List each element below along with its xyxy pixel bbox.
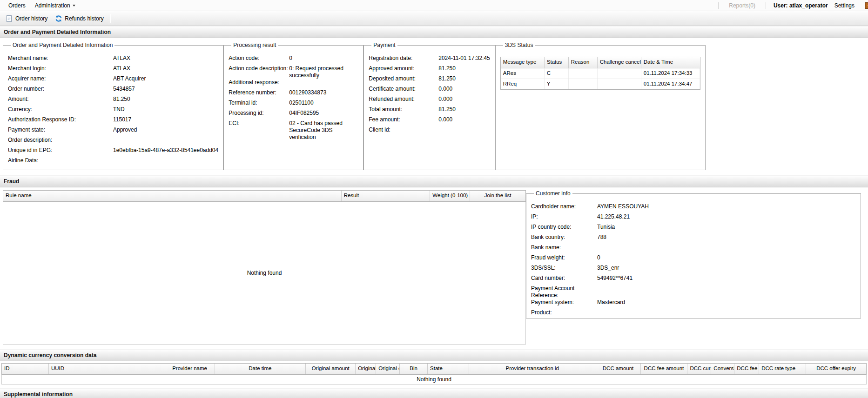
field-label: Refunded amount:: [369, 96, 438, 106]
empty-message: Nothing found: [417, 376, 451, 383]
menu-reports-label: Reports(0): [729, 2, 755, 9]
field-label: Action code:: [229, 55, 289, 65]
field-value: ABT Acquirer: [113, 75, 218, 86]
column-header: Date & Time: [641, 57, 700, 68]
menu-reports[interactable]: Reports(0): [724, 2, 760, 9]
field-row: Fee amount:0.000: [369, 116, 490, 126]
field-value: [597, 285, 856, 299]
field-row: Client id:: [369, 126, 490, 137]
field-label: Client id:: [369, 126, 438, 137]
field-label: Payment system:: [531, 299, 597, 309]
field-label: Amount:: [8, 96, 113, 106]
table-row[interactable]: ARes C 01.11.2024 17:34:33: [501, 68, 700, 79]
field-row: Cardholder name:AYMEN ESSOUYAH: [531, 203, 856, 213]
field-label: 3DS/SSL:: [531, 265, 597, 275]
field-row: Payment Account Reference:: [531, 285, 856, 299]
field-label: IP:: [531, 213, 597, 224]
field-label: Merchant name:: [8, 55, 113, 65]
column-header: DCC rate type: [759, 364, 806, 374]
processing-result-fieldset: Processing result Action code:0 Action c…: [223, 42, 363, 170]
field-row: ECI:02 - Card has passed SecureCode 3DS …: [229, 120, 358, 141]
order-info-legend: Order and Payment Detailed Information: [11, 42, 114, 48]
field-label: Bank country:: [531, 234, 597, 244]
table-cell: [598, 68, 641, 79]
customer-info-fieldset: Customer info Cardholder name:AYMEN ESSO…: [526, 190, 861, 318]
field-row: Approved amount:81.250: [369, 65, 490, 75]
main-section-header: Order and Payment Detailed Information: [0, 26, 868, 38]
field-row: Bank country:788: [531, 234, 856, 244]
column-header: DCC amount: [596, 364, 641, 374]
field-label: Total amount:: [369, 106, 438, 116]
field-row: Reference number:001290334873: [229, 89, 358, 100]
field-value: 3DS_enr: [597, 265, 856, 275]
dcc-section-header: Dynamic currency conversion data: [0, 349, 868, 361]
menu-administration[interactable]: Administration: [30, 2, 80, 9]
fraud-header-row: Rule name Result Weight (0-100) Join the…: [3, 190, 526, 202]
field-value: 04IF082595: [289, 110, 358, 120]
field-label: ECI:: [229, 120, 289, 141]
dcc-table: ID UUID Provider name Date time Original…: [0, 361, 868, 385]
field-row: 3DS/SSL:3DS_enr: [531, 265, 856, 275]
field-row: Airline Data:: [8, 157, 218, 167]
field-row: IP country code:Tunisia: [531, 224, 856, 234]
order-history-label: Order history: [15, 15, 47, 22]
empty-message: Nothing found: [247, 270, 282, 276]
field-value: 001290334873: [289, 89, 358, 100]
field-row: Authorization Response ID:115017: [8, 116, 218, 126]
field-label: Fee amount:: [369, 116, 438, 126]
field-row: Registration date:2024-11-01 17:32:45: [369, 55, 490, 65]
spacer: [0, 385, 868, 388]
field-row: Payment system:Mastercard: [531, 299, 856, 309]
column-header: Join the list: [470, 191, 525, 201]
column-header: Status: [545, 57, 569, 68]
field-row: Merchant login:ATLAX: [8, 65, 218, 75]
field-value: [113, 137, 218, 147]
column-header: State: [428, 364, 469, 374]
document-icon: [6, 15, 13, 22]
field-row: Terminal id:02501100: [229, 100, 358, 110]
customer-info-legend: Customer info: [534, 190, 572, 197]
field-row: Refunded amount:0.000: [369, 96, 490, 106]
field-label: Product:: [531, 309, 597, 318]
field-label: Order number:: [8, 86, 113, 96]
field-value: 02 - Card has passed SecureCode 3DS veri…: [289, 120, 358, 141]
order-history-button[interactable]: Order history: [2, 13, 51, 24]
field-row: Bank name:: [531, 244, 856, 254]
menu-settings-label: Settings: [834, 2, 855, 9]
field-label: Merchant login:: [8, 65, 113, 75]
table-cell: Y: [545, 79, 569, 89]
column-header: DCC fee amount: [641, 364, 688, 374]
toolbar: Order history Refunds history: [0, 11, 868, 26]
column-header: DCC offer expiry: [806, 364, 866, 374]
dcc-header-row: ID UUID Provider name Date time Original…: [1, 363, 867, 375]
table-row[interactable]: RReq Y 01.11.2024 17:34:47: [501, 79, 700, 89]
field-label: Cardholder name:: [531, 203, 597, 213]
field-value: [113, 157, 218, 167]
details-panels: Order and Payment Detailed Information M…: [0, 38, 868, 175]
supplemental-section-title: Supplemental information: [4, 391, 73, 398]
fraud-section-title: Fraud: [4, 178, 19, 185]
field-label: Payment state:: [8, 126, 113, 137]
field-label: Approved amount:: [369, 65, 438, 75]
field-row: Fraud weight:0: [531, 254, 856, 265]
column-header: Original c: [376, 364, 400, 374]
field-value: ATLAX: [113, 65, 218, 75]
logout-button[interactable]: [864, 2, 868, 9]
refunds-history-button[interactable]: Refunds history: [51, 13, 107, 24]
refunds-history-label: Refunds history: [65, 15, 103, 22]
field-value: 0.000: [438, 96, 490, 106]
menu-administration-label: Administration: [35, 2, 70, 9]
menu-settings[interactable]: Settings: [830, 2, 859, 9]
table-cell: [569, 68, 598, 79]
field-value: 81.250: [438, 106, 490, 116]
fraud-section-header: Fraud: [0, 175, 868, 187]
column-header: Date time: [215, 364, 306, 374]
field-value: 81.250: [113, 96, 218, 106]
field-label: Order description:: [8, 137, 113, 147]
field-row: Total amount:81.250: [369, 106, 490, 116]
menu-orders[interactable]: Orders: [4, 2, 30, 9]
column-header: Result: [342, 191, 431, 201]
field-label: Unique id in EPG:: [8, 147, 113, 157]
field-row: Acquirer name:ABT Acquirer: [8, 75, 218, 86]
field-value: 81.250: [438, 75, 490, 86]
